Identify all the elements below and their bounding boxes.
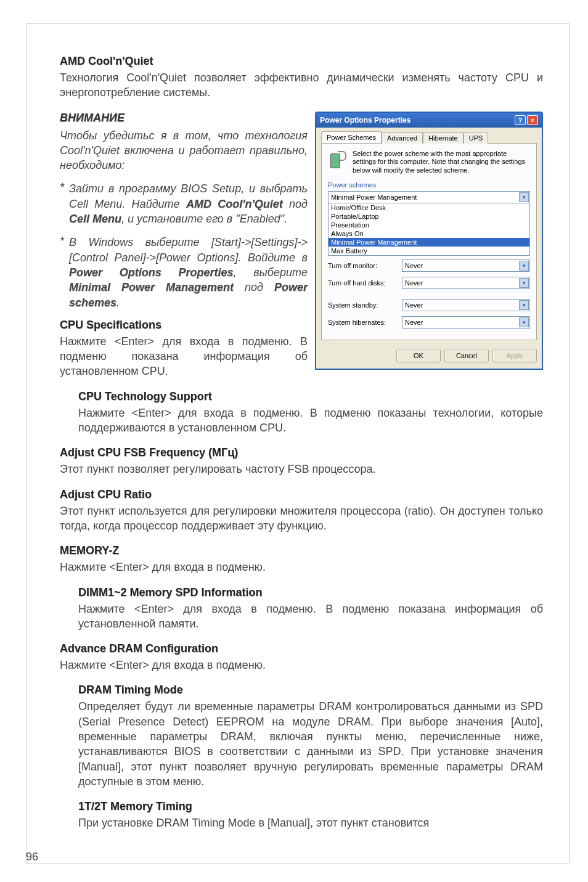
- heading-dramtm: DRAM Timing Mode: [78, 684, 543, 696]
- field-label: Turn off monitor:: [328, 262, 402, 269]
- group-label: Power schemes: [328, 181, 530, 189]
- text-seg: под: [283, 198, 308, 210]
- tab-advanced[interactable]: Advanced: [382, 132, 423, 144]
- dropdown-item[interactable]: Presentation: [329, 221, 529, 229]
- heading-amd-cnc: AMD Cool'n'Quiet: [60, 55, 543, 68]
- chevron-down-icon: ▾: [519, 300, 529, 310]
- combo-value: Never: [405, 279, 423, 287]
- text-fsb: Этот пункт позволяет регулировать частот…: [60, 462, 543, 476]
- dialog-window: Power Options Properties ? × Power Schem…: [315, 112, 543, 370]
- heading-cpu-tech: CPU Technology Support: [78, 390, 543, 403]
- field-label: System standby:: [328, 301, 402, 309]
- hibernate-combo[interactable]: Never ▾: [402, 316, 530, 329]
- help-button[interactable]: ?: [515, 115, 526, 125]
- chevron-down-icon: ▾: [519, 317, 529, 327]
- tab-hibernate[interactable]: Hibernate: [423, 132, 463, 144]
- standby-combo[interactable]: Never ▾: [402, 299, 530, 311]
- chevron-down-icon: ▾: [519, 192, 529, 202]
- dialog-titlebar: Power Options Properties ? ×: [316, 113, 542, 128]
- chevron-down-icon: ▾: [519, 261, 529, 271]
- heading-adram: Advance DRAM Configuration: [60, 642, 543, 655]
- bold-mpm: Minimal Power Management: [69, 281, 234, 293]
- sub-cpu-tech: CPU Technology Support Нажмите <Enter> д…: [78, 390, 543, 436]
- chevron-down-icon: ▾: [519, 278, 529, 288]
- field-hibernate: System hibernates: Never ▾: [328, 316, 530, 329]
- sub-dimm: DIMM1~2 Memory SPD Information Нажмите <…: [78, 586, 543, 632]
- dropdown-item[interactable]: Portable/Laptop: [329, 212, 529, 221]
- combo-value: Never: [405, 319, 423, 326]
- bullet-2: * В Windows выберите [Start]->[Settings]…: [60, 235, 308, 309]
- bold-pop: Power Options Properties: [69, 266, 233, 279]
- dropdown-item-selected[interactable]: Minimal Power Management: [329, 238, 529, 247]
- dropdown-item[interactable]: Home/Office Desk: [329, 203, 529, 212]
- tab-power-schemes[interactable]: Power Schemes: [321, 131, 382, 143]
- dialog-desc: Select the power scheme with the most ap…: [353, 150, 530, 175]
- apply-button[interactable]: Apply: [492, 349, 537, 362]
- bullet-2-text: В Windows выберите [Start]->[Settings]->…: [69, 235, 308, 309]
- bullet-marker: *: [60, 235, 64, 309]
- text-dimm: Нажмите <Enter> для входа в подменю. В п…: [78, 602, 543, 632]
- harddisk-combo[interactable]: Never ▾: [402, 277, 530, 289]
- dropdown-item[interactable]: Always On: [329, 229, 529, 238]
- tab-ups[interactable]: UPS: [463, 132, 489, 144]
- text-seg: под: [234, 281, 274, 293]
- bullet-1: * Зайти в программу BIOS Setup, и выбрат…: [60, 181, 308, 226]
- combo-value: Never: [405, 262, 423, 269]
- power-scheme-combo[interactable]: Minimal Power Management ▾: [328, 191, 530, 203]
- text-memz: Нажмите <Enter> для входа в подменю.: [60, 560, 543, 574]
- ok-button[interactable]: OK: [396, 349, 441, 362]
- upper-wrap: AMD Cool'n'Quiet Технология Cool'n'Quiet…: [60, 55, 543, 390]
- text-dramtm: Определяет будут ли временные параметры …: [78, 699, 543, 789]
- text-t12: При установке DRAM Timing Mode в [Manual…: [78, 815, 543, 830]
- sub-dramtm: DRAM Timing Mode Определяет будут ли вре…: [78, 684, 543, 830]
- text-amd-cnc: Технология Cool'n'Quiet позволяет эффект…: [60, 70, 543, 100]
- monitor-combo[interactable]: Never ▾: [402, 259, 530, 272]
- bold-cell-menu: Cell Menu: [69, 213, 121, 225]
- combo-value: Never: [405, 301, 423, 309]
- field-label: System hibernates:: [328, 319, 402, 326]
- text-seg: .: [116, 296, 120, 309]
- dialog-panel: Select the power scheme with the most ap…: [321, 143, 537, 340]
- bold-amd-cnc: AMD Cool'n'Quiet: [186, 198, 283, 210]
- combo-value: Minimal Power Management: [331, 194, 417, 201]
- power-options-screenshot: Power Options Properties ? × Power Schem…: [315, 112, 543, 370]
- field-harddisk: Turn off hard disks: Never ▾: [328, 277, 530, 289]
- text-seg: , выберите: [233, 266, 308, 279]
- heading-memz: MEMORY-Z: [60, 544, 543, 557]
- heading-ratio: Adjust CPU Ratio: [60, 488, 543, 501]
- power-scheme-dropdown: Home/Office Desk Portable/Laptop Present…: [328, 203, 530, 256]
- dialog-title: Power Options Properties: [320, 116, 410, 125]
- field-monitor: Turn off monitor: Never ▾: [328, 259, 530, 272]
- text-seg: В Windows выберите [Start]->[Settings]->…: [69, 236, 308, 263]
- heading-dimm: DIMM1~2 Memory SPD Information: [78, 586, 543, 599]
- page-frame: AMD Cool'n'Quiet Технология Cool'n'Quiet…: [26, 23, 570, 864]
- text-seg: , и установите его в "Enabled".: [121, 213, 287, 225]
- dropdown-item[interactable]: Max Battery: [329, 247, 529, 255]
- heading-t12: 1T/2T Memory Timing: [78, 800, 543, 813]
- page-number: 96: [26, 851, 38, 864]
- field-label: Turn off hard disks:: [328, 279, 402, 287]
- text-ratio: Этот пункт используется для регулировки …: [60, 504, 543, 534]
- text-cpu-tech: Нажмите <Enter> для входа в подменю. В п…: [78, 406, 543, 436]
- text-adram: Нажмите <Enter> для входа в подменю.: [60, 658, 543, 672]
- cancel-button[interactable]: Cancel: [444, 349, 489, 362]
- battery-icon: [328, 150, 348, 169]
- close-button[interactable]: ×: [527, 115, 538, 125]
- dialog-tabs: Power Schemes Advanced Hibernate UPS: [316, 128, 542, 143]
- bullet-1-text: Зайти в программу BIOS Setup, и выбрать …: [69, 181, 308, 226]
- field-standby: System standby: Never ▾: [328, 299, 530, 311]
- dialog-button-row: OK Cancel Apply: [316, 345, 542, 369]
- dialog-desc-row: Select the power scheme with the most ap…: [328, 150, 530, 175]
- heading-fsb: Adjust CPU FSB Frequency (МГц): [60, 446, 543, 459]
- bullet-marker: *: [60, 181, 64, 226]
- titlebar-buttons: ? ×: [515, 115, 538, 125]
